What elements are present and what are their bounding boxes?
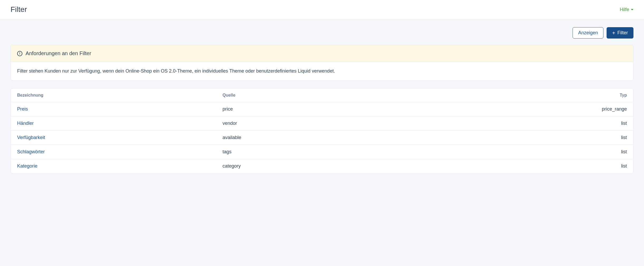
cell-type: list bbox=[509, 116, 633, 131]
cell-source: category bbox=[216, 159, 509, 173]
add-filter-button[interactable]: + Filter bbox=[607, 27, 633, 39]
page-header: Filter Hilfe bbox=[0, 0, 644, 19]
table-row: Schlagwörtertagslist bbox=[11, 145, 633, 159]
filter-link[interactable]: Verfügbarkeit bbox=[17, 135, 45, 140]
table-row: Verfügbarkeitavailablelist bbox=[11, 131, 633, 145]
cell-type: list bbox=[509, 159, 633, 173]
col-header-type: Typ bbox=[509, 89, 633, 102]
filter-link[interactable]: Preis bbox=[17, 106, 28, 112]
help-label: Hilfe bbox=[620, 7, 629, 12]
cell-label: Preis bbox=[11, 102, 216, 116]
plus-icon: + bbox=[612, 30, 615, 36]
col-header-source: Quelle bbox=[216, 89, 509, 102]
view-button[interactable]: Anzeigen bbox=[573, 27, 603, 39]
cell-label: Händler bbox=[11, 116, 216, 131]
filter-link[interactable]: Schlagwörter bbox=[17, 149, 45, 154]
requirements-card: ! Anforderungen an den Filter Filter ste… bbox=[11, 45, 633, 80]
table-row: Preispriceprice_range bbox=[11, 102, 633, 116]
requirements-card-header: ! Anforderungen an den Filter bbox=[11, 45, 633, 62]
info-icon: ! bbox=[17, 51, 22, 56]
filters-table: Bezeichnung Quelle Typ Preispriceprice_r… bbox=[11, 89, 633, 173]
cell-type: price_range bbox=[509, 102, 633, 116]
requirements-body: Filter stehen Kunden nur zur Verfügung, … bbox=[11, 62, 633, 80]
table-row: Kategoriecategorylist bbox=[11, 159, 633, 173]
table-row: Händlervendorlist bbox=[11, 116, 633, 131]
help-dropdown[interactable]: Hilfe bbox=[620, 7, 633, 12]
cell-source: price bbox=[216, 102, 509, 116]
cell-source: vendor bbox=[216, 116, 509, 131]
col-header-label: Bezeichnung bbox=[11, 89, 216, 102]
cell-label: Kategorie bbox=[11, 159, 216, 173]
cell-label: Verfügbarkeit bbox=[11, 131, 216, 145]
cell-type: list bbox=[509, 131, 633, 145]
filter-link[interactable]: Händler bbox=[17, 121, 34, 126]
cell-label: Schlagwörter bbox=[11, 145, 216, 159]
filter-link[interactable]: Kategorie bbox=[17, 163, 37, 169]
filters-table-card: Bezeichnung Quelle Typ Preispriceprice_r… bbox=[11, 88, 633, 173]
page-title: Filter bbox=[11, 5, 27, 14]
chevron-down-icon bbox=[631, 9, 633, 10]
cell-source: tags bbox=[216, 145, 509, 159]
cell-type: list bbox=[509, 145, 633, 159]
cell-source: available bbox=[216, 131, 509, 145]
action-row: Anzeigen + Filter bbox=[11, 27, 633, 39]
requirements-heading: Anforderungen an den Filter bbox=[26, 50, 91, 56]
content-area: Anzeigen + Filter ! Anforderungen an den… bbox=[0, 19, 644, 181]
